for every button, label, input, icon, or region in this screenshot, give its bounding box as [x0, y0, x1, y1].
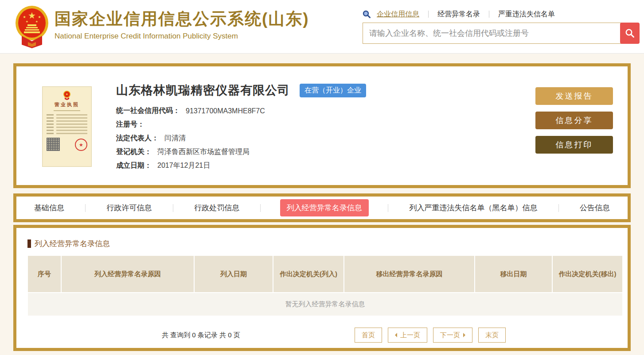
svg-text:★: ★ [26, 20, 28, 23]
site-header: ★ ★ ★ ★ ★ 国家企业信用信息公示系统(山东) National Ente… [0, 0, 644, 54]
svg-text:★: ★ [28, 11, 36, 20]
col-header-inclusion-date: 列入日期 [194, 256, 273, 293]
search-area: 企业信用信息 经营异常名录 严重违法失信名单 [363, 9, 640, 44]
svg-text:★: ★ [23, 15, 26, 19]
next-page-button[interactable]: 下一页 [433, 328, 472, 343]
section-title: 列入经营异常名录信息 [35, 239, 110, 249]
empty-state-text: 暂无列入经营异常名录信息 [28, 293, 622, 316]
search-type-nav: 企业信用信息 经营异常名录 严重违法失信名单 [363, 9, 640, 19]
site-subtitle: National Enterprise Credit Information P… [55, 32, 309, 41]
tab-basic-info[interactable]: 基础信息 [32, 199, 66, 216]
search-icon [625, 28, 635, 38]
svg-text:★: ★ [38, 15, 41, 19]
business-license-image: ★ 营业执照 ★ [42, 86, 92, 167]
license-title: 营业执照 [47, 101, 87, 108]
pagination: 共 查询到 0 条记录 共 0 页 首页 上一页 下一页 末页 [16, 328, 628, 343]
nav-link-enterprise-credit[interactable]: 企业信用信息 [375, 10, 421, 19]
company-actions: 发送报告 信息分享 信息打印 [535, 87, 613, 160]
tab-serious-violations-blacklist[interactable]: 列入严重违法失信名单（黑名单）信息 [407, 199, 539, 216]
svg-text:★: ★ [35, 20, 38, 23]
arrow-left-icon [395, 333, 397, 337]
nav-separator [489, 11, 489, 18]
prev-page-button[interactable]: 上一页 [388, 328, 427, 343]
field-registration-number: 注册号： [116, 118, 366, 131]
field-registration-authority: 登记机关： 菏泽鲁西新区市场监督管理局 [116, 145, 366, 159]
nav-separator [428, 11, 429, 18]
search-box [363, 23, 640, 44]
table-header-row: 序号 列入经营异常名录原因 列入日期 作出决定机关(列入) 移出经营异常名录原因… [28, 256, 622, 293]
first-page-button[interactable]: 首页 [355, 328, 382, 343]
company-info: 山东格林凯瑞精密仪器有限公司 在营（开业）企业 统一社会信用代码： 913717… [116, 82, 366, 173]
col-header-removal-reason: 移出经营异常名录原因 [344, 256, 475, 293]
abnormal-operations-table: 序号 列入经营异常名录原因 列入日期 作出决定机关(列入) 移出经营异常名录原因… [28, 256, 622, 316]
share-info-button[interactable]: 信息分享 [535, 112, 613, 129]
license-subtitle-line [54, 110, 80, 111]
field-establishment-date: 成立日期： 2017年12月21日 [116, 159, 366, 173]
tab-administrative-penalty[interactable]: 行政处罚信息 [192, 199, 241, 216]
section-header: 列入经营异常名录信息 [27, 239, 628, 249]
col-header-seq: 序号 [28, 256, 61, 293]
search-button[interactable] [620, 23, 640, 44]
company-summary-card: ★ 营业执照 ★ 山东格林凯瑞精密仪器有限公司 在营（开业）企业 统一 [13, 63, 631, 188]
site-logo[interactable]: ★ ★ ★ ★ ★ 国家企业信用信息公示系统(山东) National Ente… [15, 5, 309, 48]
record-count-summary: 共 查询到 0 条记录 共 0 页 [162, 331, 240, 340]
empty-state-row: 暂无列入经营异常名录信息 [28, 293, 622, 316]
company-name: 山东格林凯瑞精密仪器有限公司 [116, 82, 290, 98]
nav-link-serious-violations[interactable]: 严重违法失信名单 [496, 10, 557, 19]
nav-link-abnormal-operations[interactable]: 经营异常名录 [436, 10, 482, 19]
tab-announcements[interactable]: 公告信息 [578, 199, 612, 216]
field-credit-code: 统一社会信用代码： 91371700MA3MHE8F7C [116, 104, 366, 118]
section-bar [27, 239, 31, 248]
tab-abnormal-operations-list[interactable]: 列入经营异常名录信息 [280, 199, 369, 216]
national-emblem-icon: ★ ★ ★ ★ ★ [15, 5, 49, 48]
tab-separator [173, 204, 173, 212]
tab-bar: 基础信息 行政许可信息 行政处罚信息 列入经营异常名录信息 列入严重违法失信名单… [13, 193, 631, 222]
search-icon [363, 10, 371, 18]
col-header-inclusion-reason: 列入经营异常名录原因 [61, 256, 194, 293]
col-header-deciding-authority-in: 作出决定机关(列入) [273, 256, 344, 293]
site-title: 国家企业信用信息公示系统(山东) [55, 8, 309, 30]
arrow-right-icon [463, 333, 465, 337]
status-badge: 在营（开业）企业 [300, 84, 366, 97]
abnormal-operations-panel: 列入经营异常名录信息 序号 列入经营异常名录原因 列入日期 作出决定机关(列入)… [13, 225, 631, 351]
red-seal-icon: ★ [75, 139, 87, 151]
field-legal-representative: 法定代表人： 闫清清 [116, 131, 366, 145]
tab-administrative-license[interactable]: 行政许可信息 [105, 199, 154, 216]
tab-separator [558, 204, 559, 212]
qr-code [47, 138, 60, 151]
print-info-button[interactable]: 信息打印 [535, 136, 613, 154]
send-report-button[interactable]: 发送报告 [535, 87, 613, 105]
col-header-deciding-authority-out: 作出决定机关(移出) [552, 256, 622, 293]
page: ★ ★ ★ ★ ★ 国家企业信用信息公示系统(山东) National Ente… [0, 0, 644, 355]
tab-separator [260, 204, 261, 212]
col-header-removal-date: 移出日期 [475, 256, 552, 293]
tab-separator [85, 204, 86, 212]
license-emblem-icon: ★ [63, 90, 71, 100]
last-page-button[interactable]: 末页 [478, 328, 506, 343]
search-input[interactable] [363, 23, 624, 44]
tab-separator [388, 204, 388, 212]
svg-text:★: ★ [66, 93, 68, 96]
